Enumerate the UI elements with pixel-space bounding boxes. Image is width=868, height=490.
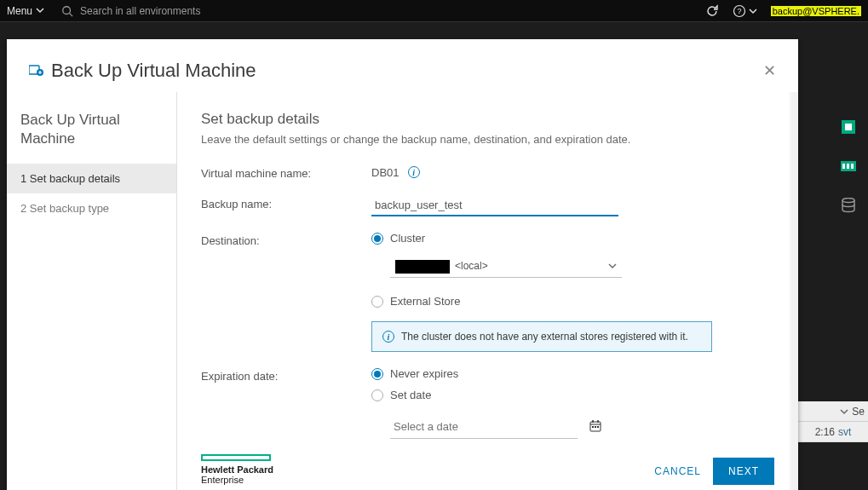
backup-name-input[interactable] bbox=[371, 195, 618, 216]
svg-rect-17 bbox=[592, 426, 594, 428]
wizard-step-2[interactable]: 2 Set backup type bbox=[7, 193, 176, 223]
cluster-select[interactable]: <local> bbox=[390, 257, 622, 278]
search-placeholder: Search in all environments bbox=[80, 5, 200, 17]
bg-column-header: Se bbox=[798, 401, 868, 422]
modal-title: Back Up Virtual Machine bbox=[29, 60, 256, 82]
form-content: Set backup details Leave the default set… bbox=[177, 92, 798, 490]
chevron-down-icon bbox=[608, 261, 617, 273]
svg-text:?: ? bbox=[737, 7, 741, 15]
panel-icon-2[interactable] bbox=[841, 159, 856, 174]
modal-title-text: Back Up Virtual Machine bbox=[51, 60, 256, 82]
wizard-step-1[interactable]: 1 Set backup details bbox=[7, 164, 176, 193]
svg-line-1 bbox=[70, 13, 73, 16]
destination-external-radio[interactable]: External Store bbox=[371, 295, 774, 308]
wizard-nav: Back Up Virtual Machine 1 Set backup det… bbox=[7, 92, 177, 490]
backup-vm-modal: Back Up Virtual Machine ✕ Back Up Virtua… bbox=[7, 39, 798, 490]
scrollbar[interactable] bbox=[788, 92, 798, 490]
radio-checked-icon bbox=[371, 368, 383, 380]
chevron-down-icon bbox=[36, 5, 44, 17]
bg-col-label: Se bbox=[852, 406, 865, 418]
svg-rect-19 bbox=[597, 426, 599, 428]
redacted-cluster-name bbox=[395, 260, 450, 274]
vm-backup-icon bbox=[29, 60, 44, 82]
svg-rect-9 bbox=[851, 164, 854, 169]
right-rail bbox=[841, 119, 856, 213]
top-bar: Menu Search in all environments ? backup… bbox=[0, 0, 868, 22]
calendar-icon[interactable] bbox=[589, 420, 601, 435]
info-icon: i bbox=[382, 331, 394, 343]
menu-dropdown[interactable]: Menu bbox=[7, 5, 44, 17]
database-icon[interactable] bbox=[841, 198, 856, 213]
radio-checked-icon bbox=[371, 233, 383, 245]
alert-text: The cluster does not have any external s… bbox=[401, 331, 688, 343]
next-button[interactable]: NEXT bbox=[713, 458, 774, 485]
bg-row-link[interactable]: svt bbox=[838, 426, 851, 438]
external-store-alert: i The cluster does not have any external… bbox=[371, 321, 712, 352]
cancel-button[interactable]: CANCEL bbox=[654, 465, 701, 477]
close-icon[interactable]: ✕ bbox=[763, 61, 776, 80]
hpe-logo: Hewlett Packard Enterprise bbox=[201, 454, 273, 485]
help-dropdown[interactable]: ? bbox=[733, 4, 757, 18]
panel-icon-1[interactable] bbox=[841, 119, 856, 135]
menu-label: Menu bbox=[7, 5, 32, 17]
radio-unchecked-icon bbox=[371, 389, 383, 401]
info-icon[interactable]: i bbox=[408, 166, 420, 178]
vm-name-value: DB01 bbox=[371, 166, 400, 179]
expiration-date-input[interactable] bbox=[390, 415, 578, 439]
radio-unchecked-icon bbox=[371, 296, 383, 308]
global-search[interactable]: Search in all environments bbox=[61, 5, 688, 17]
current-user[interactable]: backup@VSPHERE. bbox=[771, 6, 861, 16]
section-description: Leave the default settings or change the… bbox=[201, 133, 774, 146]
svg-rect-5 bbox=[845, 124, 852, 130]
destination-cluster-radio[interactable]: Cluster bbox=[371, 232, 774, 245]
wizard-title: Back Up Virtual Machine bbox=[7, 111, 176, 164]
search-icon bbox=[61, 5, 73, 17]
destination-label: Destination: bbox=[201, 232, 371, 352]
modal-header: Back Up Virtual Machine ✕ bbox=[7, 39, 798, 92]
svg-rect-7 bbox=[842, 164, 845, 169]
section-heading: Set backup details bbox=[201, 111, 774, 128]
expiration-setdate-radio[interactable]: Set date bbox=[371, 389, 774, 401]
expiration-never-radio[interactable]: Never expires bbox=[371, 367, 774, 380]
vm-name-label: Virtual machine name: bbox=[201, 164, 371, 180]
svg-point-10 bbox=[842, 199, 854, 203]
bg-row-time: 2:16 bbox=[815, 426, 835, 438]
refresh-icon[interactable] bbox=[705, 4, 719, 18]
svg-point-0 bbox=[63, 6, 71, 14]
svg-rect-8 bbox=[847, 164, 849, 169]
expiration-label: Expiration date: bbox=[201, 367, 371, 439]
bg-table-row: 2:16 svt bbox=[798, 422, 868, 442]
svg-rect-18 bbox=[595, 426, 596, 428]
backup-name-label: Backup name: bbox=[201, 195, 371, 216]
